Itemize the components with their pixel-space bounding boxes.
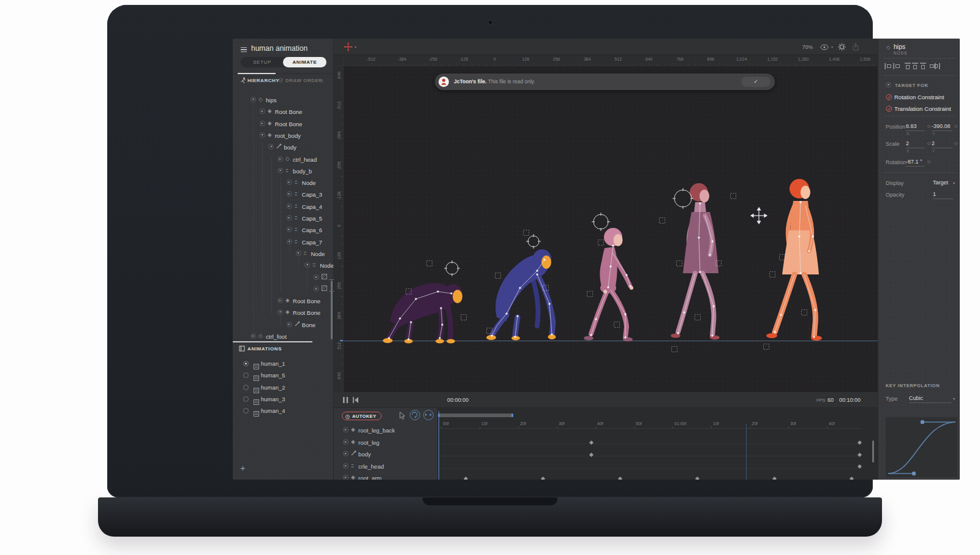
align-icon-1[interactable]: [884, 62, 892, 70]
selection-handle[interactable]: [780, 255, 785, 260]
tree-item-body-b[interactable]: ▾::body_b: [233, 165, 334, 177]
row-chevron-icon[interactable]: ▸: [343, 451, 349, 456]
tree-chevron-icon[interactable]: ▾: [287, 239, 292, 244]
move-gizmo[interactable]: [751, 208, 767, 224]
rotation-gizmo[interactable]: [673, 188, 693, 209]
autokey-toggle[interactable]: AUTOKEY: [342, 412, 382, 420]
selection-handle[interactable]: [614, 322, 620, 328]
tree-item-ctrl-head[interactable]: ▸◇ctrl_head: [233, 154, 334, 165]
rotation-gizmo[interactable]: [444, 260, 460, 276]
selection-handle[interactable]: [543, 285, 549, 291]
tree-item-capa-3[interactable]: ▸::Capa_3: [233, 189, 334, 200]
loop-button[interactable]: [410, 410, 420, 420]
scale-x-key-icon[interactable]: ◇: [927, 141, 930, 146]
tree-item-node[interactable]: ▾::Node: [233, 260, 334, 271]
align-icon-7[interactable]: [934, 62, 941, 70]
row-chevron-icon[interactable]: ▸: [343, 439, 349, 445]
animation-radio[interactable]: [243, 372, 249, 378]
tree-chevron-icon[interactable]: ▾: [268, 144, 274, 149]
tab-setup[interactable]: SETUP: [241, 57, 284, 67]
animation-item-human_5[interactable]: human_5: [233, 370, 334, 382]
timeline-row-body[interactable]: ▸body: [334, 448, 438, 460]
rotation-field[interactable]: -87.1 °: [906, 159, 925, 167]
tree-chevron-icon[interactable]: ▸: [260, 108, 265, 114]
scale-x-field[interactable]: 2: [906, 140, 925, 148]
tree-item--[interactable]: ▸…: [233, 284, 334, 295]
playhead[interactable]: [439, 411, 439, 480]
constraint-translation-constraint[interactable]: Translation Constraint: [878, 104, 960, 115]
scale-y-key-icon[interactable]: ◇: [954, 141, 957, 146]
tree-item-root-body[interactable]: ▾◈root_body: [233, 130, 334, 142]
tab-draw-order[interactable]: DRAW ORDER: [285, 78, 323, 83]
tree-item-node[interactable]: ▾::Node: [233, 248, 334, 260]
export-icon[interactable]: [852, 43, 859, 51]
tab-animate[interactable]: ANIMATE: [283, 57, 326, 67]
row-chevron-icon[interactable]: ▸: [343, 463, 349, 469]
row-chevron-icon[interactable]: ▸: [343, 475, 349, 480]
animation-item-human_4[interactable]: human_4: [233, 406, 334, 417]
tree-item-root-bone[interactable]: ▾◈Root Bone: [233, 307, 334, 319]
align-icon-5[interactable]: [919, 62, 927, 70]
tree-hscrollbar[interactable]: [233, 341, 312, 342]
selection-handle[interactable]: [524, 230, 529, 236]
fit-keys-button[interactable]: [423, 410, 434, 420]
tree-item-capa-7[interactable]: ▾::Capa_7: [233, 236, 334, 248]
translate-tool-icon[interactable]: [344, 42, 353, 51]
align-icon-3[interactable]: [904, 62, 911, 70]
tree-chevron-icon[interactable]: ▸: [287, 215, 292, 221]
fps-value[interactable]: 60: [827, 397, 834, 403]
selection-handle[interactable]: [660, 218, 665, 224]
selection-handle[interactable]: [731, 194, 736, 199]
selection-handle[interactable]: [764, 344, 769, 350]
tree-chevron-icon[interactable]: ▸: [260, 121, 265, 126]
tree-chevron-icon[interactable]: ▸: [287, 227, 292, 232]
timeline-row-root_leg[interactable]: ▸◈root_leg: [334, 437, 438, 448]
selection-handle[interactable]: [802, 310, 807, 315]
selection-handle[interactable]: [598, 240, 604, 246]
rotation-gizmo[interactable]: [526, 234, 541, 249]
selection-handle[interactable]: [677, 261, 682, 266]
timeline-row-root_leg_back[interactable]: ▸◈root_leg_back: [334, 425, 438, 436]
position-x-field[interactable]: 8.83: [906, 123, 925, 131]
tree-item-root-bone[interactable]: ▸◈Root Bone: [233, 295, 334, 307]
visibility-icon[interactable]: [820, 44, 829, 50]
selection-handle[interactable]: [672, 347, 677, 352]
work-area-marker[interactable]: [746, 424, 747, 480]
interpolation-curve-editor[interactable]: [886, 417, 957, 477]
position-x-key-icon[interactable]: ◇: [927, 124, 930, 129]
animation-radio[interactable]: [243, 361, 249, 366]
tree-item-root-bone[interactable]: ▸◈Root Bone: [233, 106, 334, 118]
opacity-field[interactable]: 1: [933, 191, 953, 199]
position-y-field[interactable]: -390.08: [932, 123, 952, 131]
interpolation-type-select[interactable]: Cubic: [909, 395, 952, 403]
timeline-range-scrollbar[interactable]: [438, 413, 513, 417]
transform-gizmos[interactable]: [344, 66, 878, 392]
timeline-row-crle_head[interactable]: ▸::crle_head: [334, 461, 438, 472]
stage-canvas[interactable]: JcToon's file. This file is read only. ✓: [344, 66, 878, 392]
position-y-key-icon[interactable]: ◇: [954, 124, 957, 129]
tree-item-capa-4[interactable]: ▸::Capa_4: [233, 201, 334, 213]
tree-chevron-icon[interactable]: ▸: [277, 298, 283, 303]
skip-to-start-button[interactable]: [353, 397, 359, 403]
tree-item-body[interactable]: ▾body: [233, 142, 334, 153]
selection-handle[interactable]: [587, 292, 593, 297]
tree-item-capa-6[interactable]: ▸::Capa_6: [233, 224, 334, 236]
cursor-tool-icon[interactable]: [399, 412, 405, 420]
toast-confirm-button[interactable]: ✓: [741, 77, 771, 87]
pause-button[interactable]: [343, 397, 349, 403]
selection-handle[interactable]: [427, 261, 432, 266]
tree-chevron-icon[interactable]: ▾: [260, 132, 265, 138]
selection-handle[interactable]: [695, 315, 701, 320]
rotation-key-icon[interactable]: ◇: [927, 159, 930, 164]
row-chevron-icon[interactable]: ▸: [343, 427, 349, 432]
tree-vscrollbar[interactable]: [331, 281, 333, 339]
tree-chevron-icon[interactable]: ▸: [251, 333, 256, 339]
selection-handle[interactable]: [406, 289, 412, 295]
tree-chevron-icon[interactable]: ▸: [287, 322, 292, 327]
tree-item-node[interactable]: ▸::Node: [233, 177, 334, 189]
tool-dropdown-caret[interactable]: ▾: [355, 45, 356, 49]
align-icon-2[interactable]: [893, 62, 900, 70]
selection-handle[interactable]: [716, 261, 722, 266]
timeline-row-root_arm[interactable]: ▸◈root_arm: [334, 472, 438, 480]
display-select[interactable]: Target: [933, 179, 951, 187]
